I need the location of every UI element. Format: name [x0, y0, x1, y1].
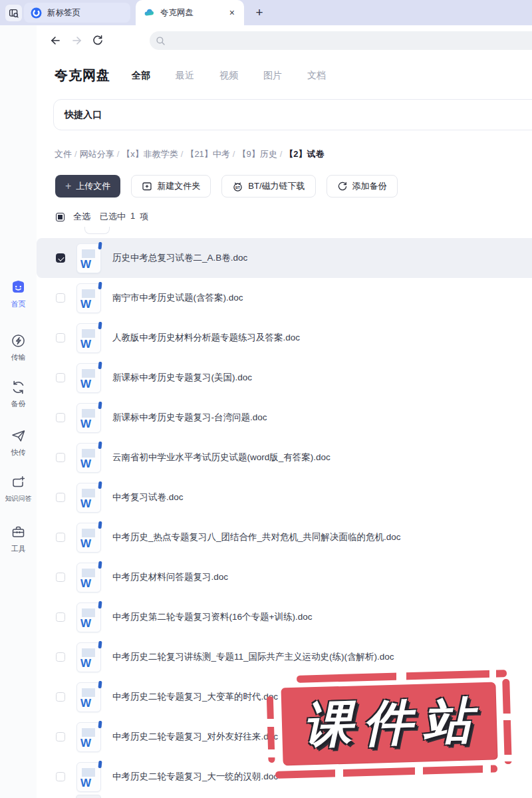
tab-image[interactable]: 图片: [263, 70, 282, 82]
file-checkbox[interactable]: [56, 533, 65, 542]
stamp-text: 课件站: [295, 688, 484, 759]
breadcrumb-item: 【2】试卷: [285, 149, 324, 159]
file-row[interactable]: W 历史中考总复习试卷二_A.B卷.doc: [37, 238, 532, 278]
file-row[interactable]: W 中考复习试卷.doc: [37, 477, 532, 517]
quark-logo-icon: [31, 7, 42, 19]
tab-recent[interactable]: 最近: [176, 70, 194, 82]
file-checkbox[interactable]: [56, 373, 65, 382]
breadcrumb-item[interactable]: 【21】中考: [186, 149, 229, 159]
next-item-sliver: [76, 795, 101, 798]
word-doc-icon: W: [76, 243, 101, 273]
upload-file-button[interactable]: + 上传文件: [55, 175, 120, 198]
file-row[interactable]: W 人教版中考历史材料分析题专题练习及答案.doc: [37, 318, 532, 358]
file-name[interactable]: 中考历史二轮专题复习_大一统的汉朝.doc: [112, 771, 278, 783]
filter-tabs: 全部 最近 视频 图片 文档: [132, 70, 326, 82]
browser-tab-quark-pan[interactable]: 夸克网盘 ×: [136, 0, 244, 25]
file-row[interactable]: W 中考历史_热点专题复习八_团结合作_共对危机_共同解决面临的危机.doc: [37, 517, 532, 557]
file-checkbox[interactable]: [56, 333, 65, 342]
sidebar-item-label: 备份: [11, 399, 26, 409]
file-name[interactable]: 人教版中考历史材料分析题专题练习及答案.doc: [112, 332, 300, 344]
back-icon[interactable]: [49, 35, 61, 47]
file-name[interactable]: 中考历史二轮专题复习_对外友好往来.doc: [112, 731, 278, 743]
file-checkbox[interactable]: [56, 293, 65, 303]
transfer-circle-icon: [11, 333, 26, 348]
file-row[interactable]: W 新课标中考历史专题复习(美国).doc: [37, 358, 532, 398]
selected-prefix: 已选中: [100, 211, 126, 223]
file-name[interactable]: 云南省初中学业水平考试历史试题(word版_有答案).doc: [112, 452, 331, 464]
file-checkbox[interactable]: [56, 573, 65, 582]
file-checkbox[interactable]: [56, 612, 65, 622]
file-checkbox[interactable]: [56, 493, 65, 502]
file-name[interactable]: 中考历史第二轮专题复习资料(16个专题+训练).doc: [112, 611, 312, 623]
sidebar-item-backup[interactable]: 备份: [0, 380, 37, 409]
tab-search-icon: [9, 8, 19, 19]
breadcrumb-item[interactable]: 【9】历史: [237, 149, 277, 159]
sidebar-item-label: 知识问答: [5, 494, 32, 503]
forward-icon[interactable]: [71, 35, 83, 47]
word-doc-icon: W: [76, 682, 101, 712]
tab-video[interactable]: 视频: [219, 70, 238, 82]
sidebar-item-transfer[interactable]: 传输: [0, 333, 37, 362]
file-name[interactable]: 中考历史材料问答题复习.doc: [112, 571, 228, 583]
file-name[interactable]: 中考复习试卷.doc: [112, 491, 184, 503]
file-checkbox[interactable]: [56, 413, 65, 422]
file-checkbox[interactable]: [56, 253, 65, 263]
breadcrumb-item[interactable]: 网站分享: [80, 149, 114, 159]
file-name[interactable]: 中考历史二轮复习讲练测_专题11_国际共产主义运动史(练)(含解析).doc: [112, 651, 394, 663]
file-name[interactable]: 中考历史_热点专题复习八_团结合作_共对危机_共同解决面临的危机.doc: [112, 531, 401, 543]
file-row[interactable]: W 中考历史材料问答题复习.doc: [37, 557, 532, 597]
bt-magnet-download-button[interactable]: BT BT/磁力链下载: [221, 175, 315, 198]
tab-document[interactable]: 文档: [307, 70, 326, 82]
file-row[interactable]: W 中考历史第二轮专题复习资料(16个专题+训练).doc: [37, 597, 532, 637]
word-doc-icon: W: [76, 722, 101, 752]
file-name[interactable]: 新课标中考历史专题复习(美国).doc: [112, 372, 252, 384]
sidebar-item-knowledge-qa[interactable]: 知识问答: [0, 475, 37, 503]
add-backup-button[interactable]: 添加备份: [327, 175, 398, 198]
file-row[interactable]: W 南宁市中考历史试题(含答案).doc: [37, 278, 532, 318]
upload-file-label: 上传文件: [76, 180, 110, 192]
stamp-frame: [267, 696, 275, 763]
file-row[interactable]: W 云南省初中学业水平考试历史试题(word版_有答案).doc: [37, 438, 532, 477]
breadcrumb-item[interactable]: 文件: [55, 149, 72, 159]
address-search-bar[interactable]: [150, 31, 532, 50]
toolbox-icon: [11, 525, 26, 540]
backup-sync-icon: [337, 181, 348, 192]
tab-label: 夸克网盘: [160, 7, 194, 19]
refresh-icon[interactable]: [92, 35, 104, 47]
sidebar-item-tools[interactable]: 工具: [0, 525, 37, 554]
file-name[interactable]: 新课标中考历史专题复习-台湾问题.doc: [112, 412, 267, 424]
sidebar-item-label: 首页: [11, 299, 26, 309]
sync-arrows-icon: [11, 380, 26, 395]
file-name[interactable]: 中考历史二轮专题复习_大变革的时代.doc: [112, 691, 278, 703]
select-all-checkbox[interactable]: [56, 213, 65, 221]
browser-tab-new-tab[interactable]: 新标签页: [24, 3, 130, 23]
selection-bar: 全选 已选中 1 项: [56, 211, 148, 223]
tab-all[interactable]: 全部: [132, 70, 150, 82]
word-doc-icon: W: [76, 403, 101, 433]
file-name[interactable]: 南宁市中考历史试题(含答案).doc: [112, 292, 243, 304]
word-doc-icon: W: [76, 563, 101, 593]
toolbar: + 上传文件 新建文件夹 BT BT/磁力链下载: [55, 175, 398, 198]
tab-search-button[interactable]: [5, 5, 22, 21]
breadcrumb-item[interactable]: 【x】非教学类: [122, 149, 178, 159]
close-tab-icon[interactable]: ×: [228, 7, 236, 19]
file-checkbox[interactable]: [56, 732, 65, 741]
new-tab-button[interactable]: +: [251, 4, 268, 21]
bt-download-icon: BT: [232, 181, 243, 192]
file-name[interactable]: 历史中考总复习试卷二_A.B卷.doc: [112, 252, 247, 264]
breadcrumb: 文件/网站分享/【x】非教学类/【21】中考/【9】历史/【2】试卷: [55, 148, 325, 160]
file-checkbox[interactable]: [56, 692, 65, 702]
file-checkbox[interactable]: [56, 772, 65, 781]
select-all-label[interactable]: 全选: [73, 211, 90, 223]
sidebar-item-home[interactable]: 首页: [0, 279, 37, 309]
selected-unit: 项: [140, 211, 148, 223]
file-checkbox[interactable]: [56, 652, 65, 662]
word-doc-icon: W: [76, 523, 101, 553]
file-row[interactable]: W 新课标中考历史专题复习-台湾问题.doc: [37, 398, 532, 438]
quick-entry-card[interactable]: 快捷入口: [53, 99, 532, 130]
file-checkbox[interactable]: [56, 453, 65, 462]
new-folder-button[interactable]: 新建文件夹: [131, 175, 211, 198]
word-doc-icon: W: [76, 762, 101, 792]
sidebar-item-quick-send[interactable]: 快传: [0, 428, 37, 458]
quick-entry-title: 快捷入口: [65, 109, 102, 121]
